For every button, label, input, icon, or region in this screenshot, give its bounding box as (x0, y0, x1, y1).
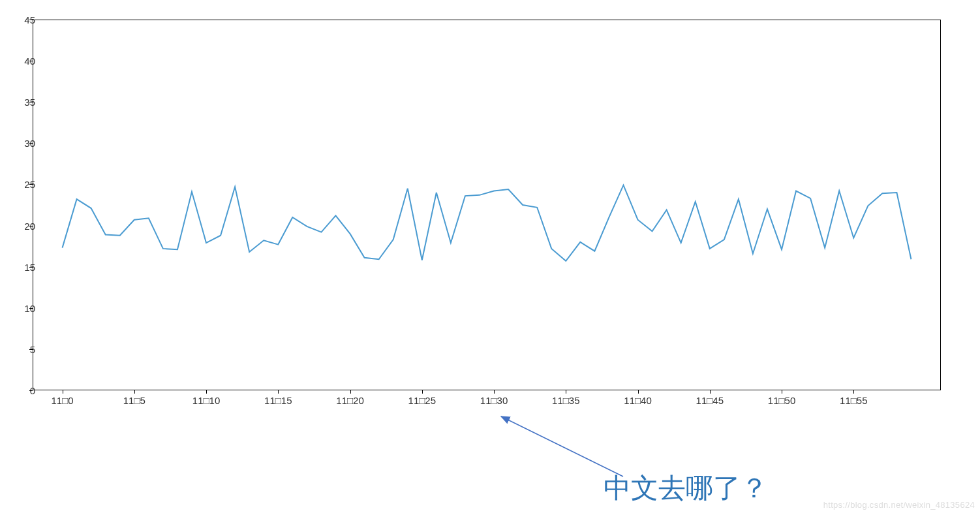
x-tick-mark (853, 390, 854, 394)
line-chart-svg (33, 20, 941, 390)
x-tick-mark (710, 390, 711, 394)
x-tick-label: 11□50 (768, 395, 795, 406)
x-tick-mark (782, 390, 782, 394)
data-series-line (63, 185, 911, 261)
x-tick-label: 11□15 (264, 395, 292, 406)
x-tick-label: 11□35 (552, 395, 579, 406)
x-tick-label: 11□5 (123, 395, 145, 406)
x-tick-mark (134, 390, 135, 394)
x-tick-mark (350, 390, 351, 394)
x-tick-mark (278, 390, 279, 394)
y-tick-mark (29, 390, 33, 391)
chart-container: 051015202530354045 11□011□511□1011□1511□… (0, 0, 980, 515)
x-tick-mark (638, 390, 639, 394)
x-tick-mark (63, 390, 63, 394)
svg-line-1 (501, 416, 623, 476)
x-tick-label: 11□20 (336, 395, 363, 406)
x-tick-label: 11□55 (840, 395, 867, 406)
watermark-text: https://blog.csdn.net/weixin_48135624 (823, 500, 975, 510)
x-tick-mark (206, 390, 207, 394)
x-tick-label: 11□10 (192, 395, 220, 406)
x-tick-mark (494, 390, 495, 394)
x-tick-mark (566, 390, 566, 394)
x-tick-label: 11□30 (480, 395, 508, 406)
x-tick-label: 11□45 (696, 395, 724, 406)
x-tick-label: 11□40 (624, 395, 651, 406)
annotation-text: 中文去哪了？ (604, 470, 768, 507)
x-tick-mark (422, 390, 423, 394)
x-tick-label: 11□0 (51, 395, 73, 406)
x-tick-label: 11□25 (408, 395, 436, 406)
